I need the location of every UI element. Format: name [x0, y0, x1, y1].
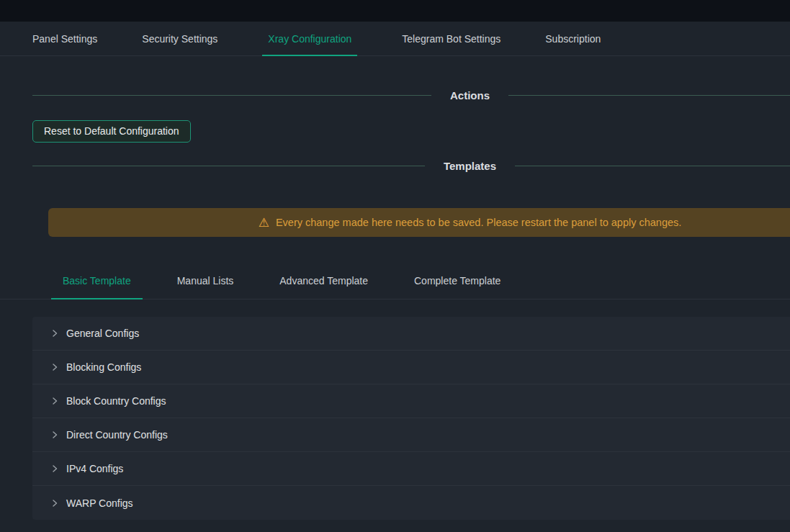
reset-to-default-button[interactable]: Reset to Default Configuration	[32, 120, 191, 143]
accordion-item-ipv4-configs[interactable]: IPv4 Configs	[32, 452, 790, 486]
templates-divider: Templates	[0, 160, 790, 172]
chevron-right-icon	[50, 397, 59, 405]
configs-accordion: General Configs Blocking Configs Block C…	[32, 317, 790, 520]
accordion-item-general-configs[interactable]: General Configs	[32, 317, 790, 351]
top-bar	[0, 0, 790, 22]
template-tabs: Basic Template Manual Lists Advanced Tem…	[0, 266, 790, 299]
accordion-item-label: IPv4 Configs	[66, 463, 123, 474]
warning-triangle-icon: ⚠	[259, 217, 269, 229]
accordion-item-label: General Configs	[66, 328, 139, 339]
restart-warning-alert: ⚠ Every change made here needs to be sav…	[48, 208, 790, 237]
actions-button-row: Reset to Default Configuration	[0, 120, 790, 143]
actions-divider: Actions	[0, 89, 790, 102]
chevron-right-icon	[50, 363, 59, 371]
tab-telegram-bot-settings[interactable]: Telegram Bot Settings	[402, 33, 501, 55]
tab-basic-template[interactable]: Basic Template	[51, 266, 143, 299]
accordion-item-label: Blocking Configs	[66, 361, 141, 373]
chevron-right-icon	[50, 430, 59, 439]
chevron-right-icon	[50, 499, 59, 508]
tab-manual-lists[interactable]: Manual Lists	[166, 266, 246, 299]
settings-page: Panel Settings Security Settings Xray Co…	[0, 22, 790, 520]
warning-alert-text: Every change made here needs to be saved…	[276, 217, 681, 228]
accordion-item-label: WARP Configs	[66, 497, 133, 509]
accordion-item-label: Block Country Configs	[66, 395, 166, 407]
tab-security-settings[interactable]: Security Settings	[142, 33, 217, 55]
templates-section-title: Templates	[444, 160, 496, 172]
accordion-item-blocking-configs[interactable]: Blocking Configs	[32, 351, 790, 384]
accordion-item-direct-country-configs[interactable]: Direct Country Configs	[32, 418, 790, 452]
tab-xray-configuration[interactable]: Xray Configuration	[262, 33, 357, 56]
chevron-right-icon	[50, 464, 59, 473]
accordion-item-block-country-configs[interactable]: Block Country Configs	[32, 384, 790, 418]
main-tabs: Panel Settings Security Settings Xray Co…	[0, 22, 790, 56]
divider-line	[32, 166, 425, 166]
divider-line	[508, 95, 790, 96]
tab-complete-template[interactable]: Complete Template	[403, 266, 512, 299]
tab-advanced-template[interactable]: Advanced Template	[268, 266, 380, 299]
chevron-right-icon	[50, 329, 59, 338]
tab-subscription[interactable]: Subscription	[545, 33, 601, 55]
divider-line	[32, 95, 431, 96]
tab-panel-settings[interactable]: Panel Settings	[32, 33, 97, 55]
actions-section-title: Actions	[450, 89, 490, 102]
accordion-item-warp-configs[interactable]: WARP Configs	[32, 486, 790, 520]
accordion-item-label: Direct Country Configs	[66, 429, 168, 441]
divider-line	[515, 166, 790, 166]
